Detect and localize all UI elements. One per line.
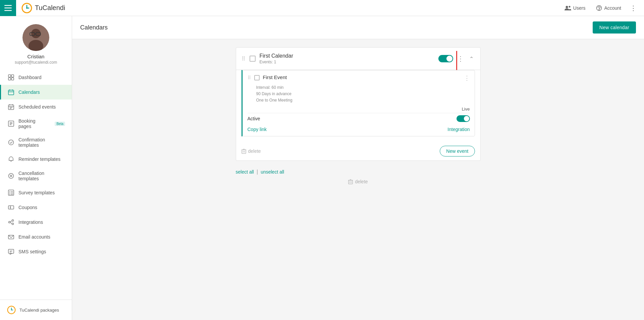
tucalendi-logo-small bbox=[7, 305, 16, 315]
event-more-button[interactable]: ⋮ bbox=[464, 74, 470, 82]
event-status-row: Live bbox=[248, 107, 470, 112]
sidebar-item-confirmation-templates[interactable]: Confirmation templates bbox=[0, 133, 72, 152]
svg-rect-0 bbox=[4, 5, 12, 6]
calendar-delete-label: delete bbox=[248, 148, 261, 154]
sidebar-item-confirmation-templates-label: Confirmation templates bbox=[18, 137, 65, 148]
integrations-icon bbox=[8, 219, 14, 226]
svg-rect-55 bbox=[8, 249, 14, 253]
sidebar-item-integrations[interactable]: Integrations bbox=[0, 215, 72, 230]
users-button[interactable]: Users bbox=[560, 3, 590, 13]
page-title: Calendars bbox=[80, 24, 108, 31]
svg-point-5 bbox=[566, 6, 568, 8]
new-calendar-button[interactable]: New calendar bbox=[593, 21, 636, 34]
event-active-toggle[interactable] bbox=[457, 115, 470, 122]
sms-settings-icon bbox=[8, 248, 14, 255]
svg-rect-60 bbox=[242, 150, 246, 153]
event-links-row: Copy link Integration bbox=[248, 124, 470, 132]
reminder-templates-icon bbox=[8, 156, 14, 163]
sidebar-item-email-accounts-label: Email accounts bbox=[18, 234, 50, 240]
profile-email: support@tucalendi.com bbox=[15, 60, 57, 65]
logo: TuCalendi bbox=[16, 3, 560, 13]
calendar-checkbox[interactable] bbox=[250, 56, 256, 62]
tucalendi-packages-label: TuCalendi packages bbox=[19, 308, 59, 313]
sidebar-item-sms-settings[interactable]: SMS settings bbox=[0, 244, 72, 259]
svg-rect-16 bbox=[11, 75, 14, 77]
sidebar-item-calendars[interactable]: Calendars bbox=[0, 85, 72, 100]
page-body: ⠿ First Calendar Events: 1 ⋮ ⌃ bbox=[72, 39, 644, 192]
svg-point-51 bbox=[12, 223, 14, 225]
svg-rect-23 bbox=[8, 105, 14, 110]
event-drag-handle[interactable]: ⠿ bbox=[248, 75, 251, 80]
account-button[interactable]: Account bbox=[592, 3, 625, 13]
calendar-toggle[interactable] bbox=[438, 55, 453, 62]
calendar-card: ⠿ First Calendar Events: 1 ⋮ ⌃ bbox=[236, 47, 481, 161]
sidebar-item-survey-templates[interactable]: Survey templates bbox=[0, 185, 72, 200]
event-active-row: Active bbox=[248, 113, 470, 124]
booking-pages-icon bbox=[8, 120, 14, 127]
profile-section: Cristian support@tucalendi.com bbox=[0, 16, 72, 70]
calendar-delete-button[interactable]: delete bbox=[241, 148, 261, 154]
sidebar-item-coupons[interactable]: Coupons bbox=[0, 200, 72, 215]
sidebar-item-cancellation-templates[interactable]: Cancellation templates bbox=[0, 167, 72, 185]
sidebar-item-survey-templates-label: Survey templates bbox=[18, 190, 55, 195]
unselect-all-button[interactable]: unselect all bbox=[261, 169, 284, 175]
sidebar-item-integrations-label: Integrations bbox=[18, 219, 43, 225]
sidebar-item-reminder-templates[interactable]: Reminder templates bbox=[0, 152, 72, 167]
bottom-delete-button[interactable]: delete bbox=[348, 179, 368, 184]
coupons-icon bbox=[8, 204, 14, 211]
account-label: Account bbox=[604, 5, 621, 11]
svg-point-6 bbox=[569, 6, 570, 7]
calendar-footer: delete New event bbox=[236, 142, 480, 161]
svg-rect-17 bbox=[8, 78, 11, 80]
booking-pages-badge: Beta bbox=[55, 122, 65, 126]
select-divider: | bbox=[257, 169, 258, 175]
main-content: Calendars New calendar ⠿ First Calendar … bbox=[72, 16, 644, 320]
more-button[interactable]: ⋮ bbox=[628, 2, 639, 14]
event-active-label: Active bbox=[248, 116, 260, 121]
sidebar-item-scheduled-events[interactable]: Scheduled events bbox=[0, 100, 72, 114]
event-list: ⠿ First Event ⋮ Interval: 60 min 90 Days… bbox=[241, 70, 475, 136]
event-meeting-type: One to One Meeting bbox=[256, 97, 470, 104]
tucalendi-packages[interactable]: TuCalendi packages bbox=[0, 300, 72, 320]
svg-rect-15 bbox=[8, 75, 11, 77]
copy-link-button[interactable]: Copy link bbox=[248, 127, 267, 132]
svg-rect-18 bbox=[11, 78, 14, 80]
svg-point-8 bbox=[599, 9, 600, 10]
new-event-button[interactable]: New event bbox=[440, 146, 475, 156]
survey-templates-icon bbox=[8, 189, 14, 196]
avatar bbox=[22, 24, 49, 51]
sidebar-item-dashboard-label: Dashboard bbox=[18, 75, 42, 80]
page-header: Calendars New calendar bbox=[72, 16, 644, 39]
calendar-drag-handle[interactable]: ⠿ bbox=[241, 56, 246, 62]
calendar-name-block: First Calendar Events: 1 bbox=[260, 53, 434, 64]
users-label: Users bbox=[573, 5, 586, 11]
sidebar-item-booking-pages[interactable]: Booking pages Beta bbox=[0, 114, 72, 133]
svg-rect-1 bbox=[4, 7, 12, 8]
profile-name: Cristian bbox=[28, 54, 45, 59]
bottom-delete-label: delete bbox=[355, 179, 368, 184]
email-accounts-icon bbox=[8, 234, 14, 240]
integration-button[interactable]: Integration bbox=[447, 127, 470, 132]
calendar-collapse-button[interactable]: ⌃ bbox=[468, 54, 475, 63]
logo-text: TuCalendi bbox=[35, 4, 65, 12]
svg-line-53 bbox=[10, 222, 12, 223]
event-advance: 90 Days in advance bbox=[256, 91, 470, 97]
cancellation-templates-icon bbox=[8, 173, 14, 179]
event-item-header: ⠿ First Event ⋮ bbox=[248, 74, 470, 82]
calendar-toggle-thumb bbox=[446, 56, 452, 62]
calendar-more-button[interactable]: ⋮ bbox=[456, 53, 465, 64]
topnav-right: Users Account ⋮ bbox=[560, 2, 644, 14]
select-all-button[interactable]: select all bbox=[236, 169, 254, 175]
svg-rect-2 bbox=[4, 10, 12, 11]
svg-point-49 bbox=[9, 221, 10, 223]
calendars-icon bbox=[8, 89, 14, 95]
svg-point-4 bbox=[26, 7, 28, 9]
scheduled-events-icon bbox=[8, 104, 14, 110]
hamburger-button[interactable] bbox=[0, 0, 16, 16]
event-checkbox[interactable] bbox=[254, 75, 260, 80]
sidebar-item-coupons-label: Coupons bbox=[18, 205, 37, 210]
sidebar-item-dashboard[interactable]: Dashboard bbox=[0, 70, 72, 85]
svg-rect-19 bbox=[8, 90, 14, 95]
sidebar-item-email-accounts[interactable]: Email accounts bbox=[0, 230, 72, 244]
sidebar-item-scheduled-events-label: Scheduled events bbox=[18, 104, 56, 110]
